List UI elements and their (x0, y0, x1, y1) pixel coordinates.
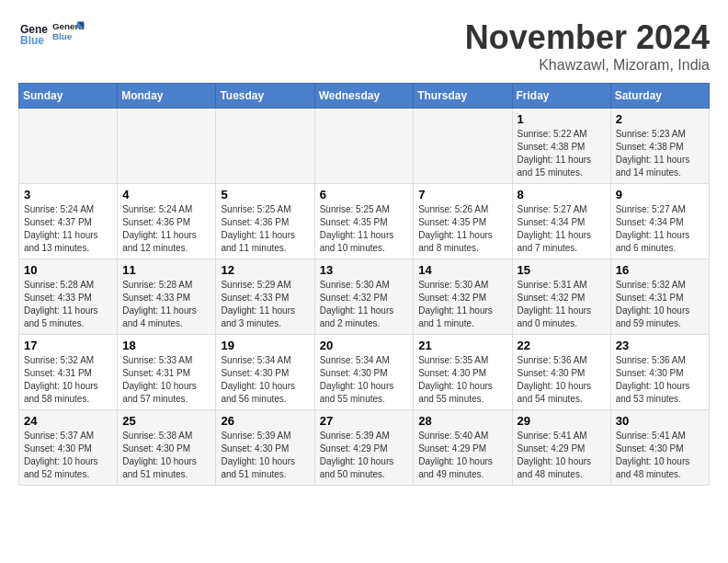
weekday-header-monday: Monday (118, 84, 216, 109)
cell-content: Sunrise: 5:32 AM Sunset: 4:31 PM Dayligh… (616, 279, 704, 330)
cell-content: Sunrise: 5:28 AM Sunset: 4:33 PM Dayligh… (24, 279, 112, 330)
week-row-4: 17Sunrise: 5:32 AM Sunset: 4:31 PM Dayli… (19, 335, 710, 410)
day-number: 26 (221, 414, 309, 428)
calendar-cell: 22Sunrise: 5:36 AM Sunset: 4:30 PM Dayli… (512, 335, 610, 410)
calendar-cell: 30Sunrise: 5:41 AM Sunset: 4:30 PM Dayli… (610, 410, 709, 486)
cell-content: Sunrise: 5:39 AM Sunset: 4:30 PM Dayligh… (221, 430, 309, 481)
calendar-cell: 1Sunrise: 5:22 AM Sunset: 4:38 PM Daylig… (512, 109, 610, 184)
calendar-cell: 8Sunrise: 5:27 AM Sunset: 4:34 PM Daylig… (512, 184, 610, 259)
cell-content: Sunrise: 5:31 AM Sunset: 4:32 PM Dayligh… (518, 279, 606, 330)
day-number: 9 (616, 188, 704, 201)
general-blue-logo-graphic: General Blue (51, 20, 85, 46)
day-number: 13 (320, 263, 409, 277)
logo: General Blue General Blue (18, 18, 85, 48)
cell-content: Sunrise: 5:26 AM Sunset: 4:35 PM Dayligh… (418, 203, 506, 255)
weekday-header-row: SundayMondayTuesdayWednesdayThursdayFrid… (19, 84, 710, 109)
cell-content: Sunrise: 5:30 AM Sunset: 4:32 PM Dayligh… (418, 279, 506, 330)
cell-content: Sunrise: 5:32 AM Sunset: 4:31 PM Dayligh… (24, 354, 112, 406)
calendar-cell (118, 109, 216, 184)
calendar-cell: 29Sunrise: 5:41 AM Sunset: 4:29 PM Dayli… (512, 410, 610, 486)
day-number: 8 (518, 188, 606, 201)
weekday-header-tuesday: Tuesday (216, 84, 314, 109)
calendar-cell (314, 109, 414, 184)
cell-content: Sunrise: 5:24 AM Sunset: 4:36 PM Dayligh… (122, 203, 210, 255)
svg-text:Blue: Blue (20, 34, 44, 47)
weekday-header-saturday: Saturday (610, 84, 709, 109)
calendar-cell: 9Sunrise: 5:27 AM Sunset: 4:34 PM Daylig… (610, 184, 709, 259)
calendar-cell: 7Sunrise: 5:26 AM Sunset: 4:35 PM Daylig… (414, 184, 512, 259)
day-number: 23 (616, 339, 704, 352)
calendar-cell: 18Sunrise: 5:33 AM Sunset: 4:31 PM Dayli… (118, 335, 216, 410)
day-number: 6 (320, 188, 409, 201)
day-number: 27 (320, 414, 409, 428)
weekday-header-friday: Friday (512, 84, 610, 109)
calendar-cell: 19Sunrise: 5:34 AM Sunset: 4:30 PM Dayli… (216, 335, 314, 410)
calendar-cell: 12Sunrise: 5:29 AM Sunset: 4:33 PM Dayli… (216, 259, 314, 335)
day-number: 24 (24, 414, 112, 428)
calendar-cell: 3Sunrise: 5:24 AM Sunset: 4:37 PM Daylig… (19, 184, 118, 259)
calendar-cell: 6Sunrise: 5:25 AM Sunset: 4:35 PM Daylig… (314, 184, 414, 259)
cell-content: Sunrise: 5:24 AM Sunset: 4:37 PM Dayligh… (24, 203, 112, 255)
day-number: 19 (221, 339, 309, 352)
week-row-1: 1Sunrise: 5:22 AM Sunset: 4:38 PM Daylig… (19, 109, 710, 184)
day-number: 30 (616, 414, 704, 428)
day-number: 4 (122, 188, 210, 201)
day-number: 18 (122, 339, 210, 352)
calendar-cell: 24Sunrise: 5:37 AM Sunset: 4:30 PM Dayli… (19, 410, 118, 486)
cell-content: Sunrise: 5:27 AM Sunset: 4:34 PM Dayligh… (616, 203, 704, 255)
month-title: November 2024 (465, 18, 710, 57)
day-number: 16 (616, 263, 704, 277)
day-number: 3 (24, 188, 112, 201)
cell-content: Sunrise: 5:25 AM Sunset: 4:36 PM Dayligh… (221, 203, 309, 255)
calendar-cell: 28Sunrise: 5:40 AM Sunset: 4:29 PM Dayli… (414, 410, 512, 486)
cell-content: Sunrise: 5:37 AM Sunset: 4:30 PM Dayligh… (24, 430, 112, 481)
day-number: 12 (221, 263, 309, 277)
cell-content: Sunrise: 5:34 AM Sunset: 4:30 PM Dayligh… (320, 354, 409, 406)
cell-content: Sunrise: 5:36 AM Sunset: 4:30 PM Dayligh… (616, 354, 704, 406)
calendar-cell: 21Sunrise: 5:35 AM Sunset: 4:30 PM Dayli… (414, 335, 512, 410)
day-number: 14 (418, 263, 506, 277)
day-number: 1 (518, 112, 606, 126)
cell-content: Sunrise: 5:40 AM Sunset: 4:29 PM Dayligh… (418, 430, 506, 481)
cell-content: Sunrise: 5:33 AM Sunset: 4:31 PM Dayligh… (122, 354, 210, 406)
calendar-cell: 20Sunrise: 5:34 AM Sunset: 4:30 PM Dayli… (314, 335, 414, 410)
calendar-cell: 26Sunrise: 5:39 AM Sunset: 4:30 PM Dayli… (216, 410, 314, 486)
week-row-5: 24Sunrise: 5:37 AM Sunset: 4:30 PM Dayli… (19, 410, 710, 486)
cell-content: Sunrise: 5:36 AM Sunset: 4:30 PM Dayligh… (518, 354, 606, 406)
cell-content: Sunrise: 5:22 AM Sunset: 4:38 PM Dayligh… (518, 128, 606, 179)
cell-content: Sunrise: 5:29 AM Sunset: 4:33 PM Dayligh… (221, 279, 309, 330)
day-number: 22 (518, 339, 606, 352)
svg-text:Blue: Blue (52, 31, 73, 41)
calendar-cell: 15Sunrise: 5:31 AM Sunset: 4:32 PM Dayli… (512, 259, 610, 335)
header: General Blue General Blue November 2024 … (18, 18, 710, 74)
day-number: 21 (418, 339, 506, 352)
calendar-cell: 10Sunrise: 5:28 AM Sunset: 4:33 PM Dayli… (19, 259, 118, 335)
week-row-3: 10Sunrise: 5:28 AM Sunset: 4:33 PM Dayli… (19, 259, 710, 335)
weekday-header-thursday: Thursday (414, 84, 512, 109)
day-number: 20 (320, 339, 409, 352)
weekday-header-wednesday: Wednesday (314, 84, 414, 109)
day-number: 10 (24, 263, 112, 277)
day-number: 11 (122, 263, 210, 277)
week-row-2: 3Sunrise: 5:24 AM Sunset: 4:37 PM Daylig… (19, 184, 710, 259)
cell-content: Sunrise: 5:28 AM Sunset: 4:33 PM Dayligh… (122, 279, 210, 330)
calendar-cell: 5Sunrise: 5:25 AM Sunset: 4:36 PM Daylig… (216, 184, 314, 259)
calendar-cell: 25Sunrise: 5:38 AM Sunset: 4:30 PM Dayli… (118, 410, 216, 486)
cell-content: Sunrise: 5:35 AM Sunset: 4:30 PM Dayligh… (418, 354, 506, 406)
calendar-table: SundayMondayTuesdayWednesdayThursdayFrid… (18, 83, 710, 486)
calendar-cell: 17Sunrise: 5:32 AM Sunset: 4:31 PM Dayli… (19, 335, 118, 410)
calendar-cell (216, 109, 314, 184)
cell-content: Sunrise: 5:34 AM Sunset: 4:30 PM Dayligh… (221, 354, 309, 406)
cell-content: Sunrise: 5:38 AM Sunset: 4:30 PM Dayligh… (122, 430, 210, 481)
calendar-cell: 23Sunrise: 5:36 AM Sunset: 4:30 PM Dayli… (610, 335, 709, 410)
cell-content: Sunrise: 5:23 AM Sunset: 4:38 PM Dayligh… (616, 128, 704, 179)
calendar-cell: 27Sunrise: 5:39 AM Sunset: 4:29 PM Dayli… (314, 410, 414, 486)
day-number: 5 (221, 188, 309, 201)
day-number: 17 (24, 339, 112, 352)
calendar-cell (19, 109, 118, 184)
day-number: 28 (418, 414, 506, 428)
day-number: 15 (518, 263, 606, 277)
title-area: November 2024 Khawzawl, Mizoram, India (465, 18, 710, 74)
calendar-cell: 4Sunrise: 5:24 AM Sunset: 4:36 PM Daylig… (118, 184, 216, 259)
location-subtitle: Khawzawl, Mizoram, India (465, 57, 710, 74)
